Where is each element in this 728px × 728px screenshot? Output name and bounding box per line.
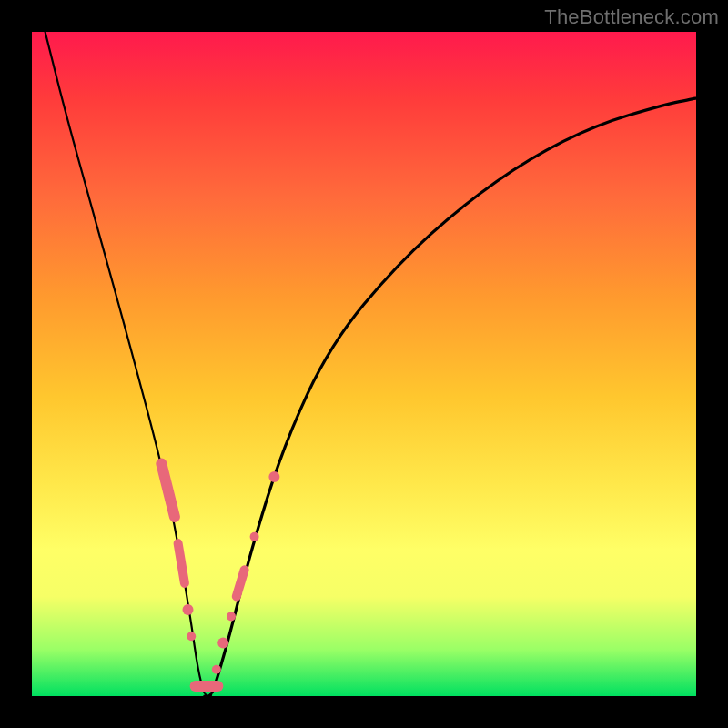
left-dot-1	[183, 604, 194, 615]
watermark-text: TheBottleneck.com	[544, 5, 719, 29]
left-dot-2	[187, 632, 196, 641]
right-dot-2	[217, 638, 228, 649]
right-dot-5	[268, 471, 279, 482]
curve-left-branch	[46, 32, 212, 696]
data-markers	[161, 464, 279, 687]
plot-area	[32, 32, 696, 696]
bottleneck-chart	[32, 32, 696, 696]
left-cluster-a	[161, 464, 175, 517]
left-cluster-b	[178, 543, 185, 583]
right-dot-4	[250, 532, 259, 541]
right-pill-a	[237, 570, 245, 596]
right-dot-3	[227, 612, 236, 621]
curve-right-branch	[205, 98, 696, 696]
right-dot-1	[212, 665, 221, 674]
